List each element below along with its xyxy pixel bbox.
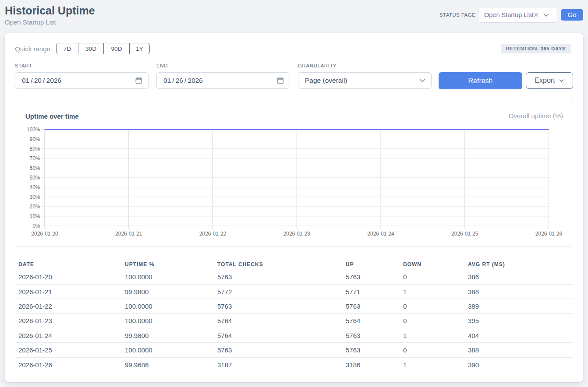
- svg-text:50%: 50%: [29, 175, 40, 181]
- svg-text:2026-01-20: 2026-01-20: [31, 231, 58, 237]
- svg-text:2026-01-24: 2026-01-24: [367, 231, 394, 237]
- svg-text:30%: 30%: [29, 194, 40, 200]
- svg-text:100%: 100%: [27, 127, 40, 133]
- svg-text:60%: 60%: [29, 165, 40, 171]
- svg-text:20%: 20%: [29, 204, 40, 210]
- svg-text:80%: 80%: [29, 146, 40, 152]
- svg-text:2026-01-23: 2026-01-23: [283, 231, 311, 237]
- svg-text:70%: 70%: [29, 155, 40, 162]
- svg-text:2026-01-25: 2026-01-25: [451, 231, 478, 237]
- svg-text:2026-01-21: 2026-01-21: [115, 231, 142, 237]
- svg-text:90%: 90%: [29, 136, 40, 142]
- svg-text:2026-01-26: 2026-01-26: [535, 231, 563, 237]
- svg-text:40%: 40%: [29, 184, 40, 190]
- svg-text:0%: 0%: [32, 223, 40, 229]
- svg-text:10%: 10%: [29, 213, 40, 219]
- svg-text:2026-01-22: 2026-01-22: [199, 231, 227, 237]
